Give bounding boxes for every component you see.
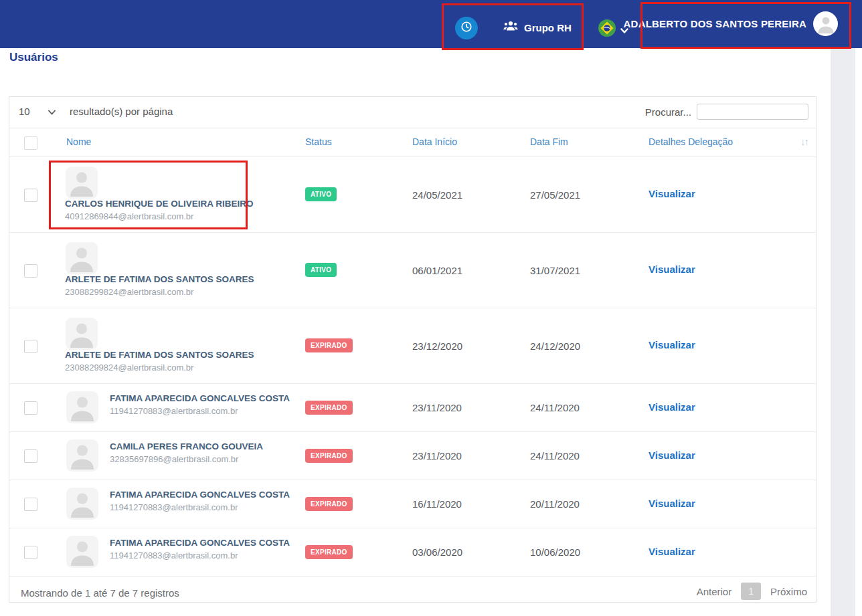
row-checkbox[interactable] [24, 264, 37, 278]
user-name-block: CARLOS HENRIQUE DE OLIVEIRA RIBEIRO40912… [65, 199, 254, 221]
column-header-detalhes[interactable]: Detalhes Delegação [649, 136, 733, 147]
current-page-button[interactable]: 1 [741, 583, 761, 600]
user-email: 32835697896@alertbrasil.com.br [110, 454, 263, 464]
search-label: Procurar... [645, 106, 691, 118]
data-inicio-value: 23/11/2020 [412, 402, 462, 413]
visualizar-link[interactable]: Visualizar [649, 339, 695, 350]
row-checkbox[interactable] [24, 546, 37, 559]
column-header-nome[interactable]: Nome [66, 136, 91, 147]
select-chevron-icon [48, 106, 56, 117]
data-inicio-value: 23/11/2020 [412, 450, 462, 461]
user-avatar-placeholder [66, 536, 98, 568]
pagination: Anterior 1 Próximo [697, 583, 807, 600]
data-inicio-value: 06/01/2021 [412, 265, 462, 276]
clock-button[interactable] [455, 17, 478, 39]
group-rh-label: Grupo RH [524, 22, 572, 33]
column-header-data-fim[interactable]: Data Fim [530, 136, 568, 147]
page-size-value: 10 [19, 106, 44, 117]
visualizar-link[interactable]: Visualizar [649, 449, 695, 461]
user-name-block: ARLETE DE FATIMA DOS SANTOS SOARES230882… [65, 350, 254, 373]
user-name: FATIMA APARECIDA GONCALVES COSTA [110, 490, 290, 500]
user-email: 40912869844@alertbrasil.com.br [65, 211, 254, 221]
table-row: CARLOS HENRIQUE DE OLIVEIRA RIBEIRO40912… [9, 157, 816, 233]
data-fim-value: 31/07/2021 [530, 265, 580, 276]
user-avatar-placeholder [66, 242, 98, 274]
row-checkbox[interactable] [24, 340, 37, 353]
sort-icon[interactable]: ↓↑ [800, 136, 808, 147]
brazil-flag-icon [598, 27, 616, 39]
user-avatar-placeholder [66, 488, 98, 520]
status-badge: EXPIRADO [305, 401, 353, 415]
status-badge: EXPIRADO [305, 497, 353, 511]
data-inicio-value: 16/11/2020 [412, 498, 462, 510]
visualizar-link[interactable]: Visualizar [649, 546, 695, 557]
data-inicio-value: 24/05/2021 [412, 189, 462, 201]
column-header-status[interactable]: Status [305, 136, 332, 147]
search-input[interactable] [697, 104, 808, 120]
data-fim-value: 24/11/2020 [530, 450, 580, 461]
previous-page-button[interactable]: Anterior [697, 586, 732, 597]
users-table-card: 10 resultado(s) por página Procurar... N… [9, 96, 816, 603]
clock-icon [460, 21, 472, 35]
status-badge: EXPIRADO [305, 449, 353, 463]
user-name: FATIMA APARECIDA GONCALVES COSTA [110, 538, 290, 548]
data-fim-value: 20/11/2020 [530, 498, 580, 510]
user-name: ARLETE DE FATIMA DOS SANTOS SOARES [65, 350, 254, 360]
visualizar-link[interactable]: Visualizar [649, 264, 695, 275]
user-name: FATIMA APARECIDA GONCALVES COSTA [110, 393, 290, 403]
next-page-button[interactable]: Próximo [770, 586, 807, 597]
table-header-row: Nome Status Data Início Data Fim Detalhe… [9, 128, 816, 157]
topbar-user-name[interactable]: ADALBERTO DOS SANTOS PEREIRA [624, 18, 806, 29]
user-email: 11941270883@alertbrasil.com.br [110, 502, 290, 512]
column-header-data-inicio[interactable]: Data Início [412, 136, 457, 147]
user-email: 11941270883@alertbrasil.com.br [110, 550, 290, 560]
visualizar-link[interactable]: Visualizar [649, 498, 695, 509]
user-email: 23088299824@alertbrasil.com.br [65, 363, 254, 373]
table-body: CARLOS HENRIQUE DE OLIVEIRA RIBEIRO40912… [9, 157, 816, 577]
status-badge: EXPIRADO [305, 338, 353, 352]
data-fim-value: 10/06/2020 [530, 546, 580, 558]
user-name-block: FATIMA APARECIDA GONCALVES COSTA11941270… [110, 393, 290, 416]
user-email: 11941270883@alertbrasil.com.br [110, 406, 290, 416]
visualizar-link[interactable]: Visualizar [649, 188, 695, 199]
page-title: Usuários [9, 51, 58, 64]
user-name-block: CAMILA PERES FRANCO GOUVEIA32835697896@a… [110, 441, 263, 464]
table-row: ARLETE DE FATIMA DOS SANTOS SOARES230882… [9, 308, 816, 384]
users-icon [503, 21, 518, 34]
table-footer: Mostrando de 1 até 7 de 7 registros Ante… [9, 577, 816, 609]
user-avatar-placeholder [66, 167, 98, 199]
group-rh-button[interactable]: Grupo RH [503, 21, 572, 34]
select-all-checkbox[interactable] [24, 136, 37, 150]
user-name-block: ARLETE DE FATIMA DOS SANTOS SOARES230882… [65, 274, 254, 297]
row-checkbox[interactable] [24, 401, 37, 415]
table-row: ARLETE DE FATIMA DOS SANTOS SOARES230882… [9, 233, 816, 308]
row-checkbox[interactable] [24, 449, 37, 463]
table-toolbar: 10 resultado(s) por página Procurar... [9, 97, 816, 128]
data-fim-value: 24/11/2020 [530, 402, 580, 413]
user-avatar-placeholder [66, 318, 98, 350]
user-email: 23088299824@alertbrasil.com.br [65, 287, 254, 297]
data-fim-value: 24/12/2020 [530, 340, 580, 352]
table-row: FATIMA APARECIDA GONCALVES COSTA11941270… [9, 480, 816, 528]
table-row: FATIMA APARECIDA GONCALVES COSTA11941270… [9, 384, 816, 432]
visualizar-link[interactable]: Visualizar [649, 401, 695, 413]
status-badge: ATIVO [305, 263, 337, 277]
records-summary: Mostrando de 1 até 7 de 7 registros [21, 587, 179, 599]
language-flag-button[interactable] [598, 19, 616, 37]
topbar-avatar[interactable] [813, 11, 838, 36]
table-row: CAMILA PERES FRANCO GOUVEIA32835697896@a… [9, 432, 816, 480]
row-checkbox[interactable] [24, 498, 37, 511]
avatar-icon [816, 15, 836, 36]
user-name: CAMILA PERES FRANCO GOUVEIA [110, 441, 263, 451]
user-avatar-placeholder [66, 391, 98, 423]
user-name: CARLOS HENRIQUE DE OLIVEIRA RIBEIRO [65, 199, 254, 209]
data-fim-value: 27/05/2021 [530, 189, 580, 201]
page-size-select[interactable]: 10 [19, 106, 56, 117]
user-name: ARLETE DE FATIMA DOS SANTOS SOARES [65, 274, 254, 284]
data-inicio-value: 03/06/2020 [412, 546, 462, 558]
table-row: FATIMA APARECIDA GONCALVES COSTA11941270… [9, 528, 816, 577]
status-badge: ATIVO [305, 187, 337, 201]
row-checkbox[interactable] [24, 189, 37, 202]
user-name-block: FATIMA APARECIDA GONCALVES COSTA11941270… [110, 538, 290, 560]
user-avatar-placeholder [66, 439, 98, 472]
